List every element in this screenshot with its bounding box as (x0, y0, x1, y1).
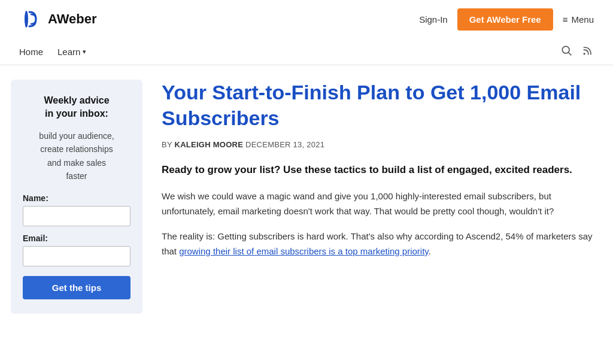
nav-learn-dropdown[interactable]: Learn ▾ (57, 47, 86, 57)
article-p2-after-link: . (429, 246, 431, 256)
article: Your Start-to-Finish Plan to Get 1,000 E… (162, 80, 602, 314)
top-bar: AWeber Sign-In Get AWeber Free ≡ Menu (0, 0, 613, 38)
chevron-down-icon: ▾ (83, 48, 86, 56)
article-paragraph-1: We wish we could wave a magic wand and g… (162, 189, 602, 219)
get-tips-button[interactable]: Get the tips (23, 276, 131, 299)
svg-line-2 (569, 53, 572, 56)
logo-area: AWeber (19, 7, 97, 31)
nav-learn-label: Learn (57, 47, 80, 57)
nav-bar: Home Learn ▾ (0, 38, 613, 65)
svg-point-0 (25, 11, 28, 28)
nav-right (560, 44, 594, 59)
sidebar: Weekly advice in your inbox: build your … (11, 80, 142, 314)
get-aweber-button[interactable]: Get AWeber Free (457, 8, 553, 31)
top-bar-right: Sign-In Get AWeber Free ≡ Menu (419, 8, 594, 31)
signin-link[interactable]: Sign-In (419, 14, 448, 25)
aweber-logo-icon (19, 7, 43, 31)
article-link[interactable]: growing their list of email subscribers … (179, 246, 429, 256)
hamburger-icon: ≡ (563, 14, 568, 25)
sidebar-description: build your audience, create relationship… (23, 129, 131, 183)
rss-icon[interactable] (582, 44, 594, 59)
name-input[interactable] (23, 206, 131, 226)
article-paragraph-2: The reality is: Getting subscribers is h… (162, 229, 602, 259)
menu-label: Menu (571, 14, 594, 25)
article-meta: BY KALEIGH MOORE DECEMBER 13, 2021 (162, 140, 602, 149)
nav-left: Home Learn ▾ (19, 47, 86, 57)
menu-button[interactable]: ≡ Menu (563, 14, 594, 25)
article-date: DECEMBER 13, 2021 (245, 140, 324, 149)
article-by-prefix: BY (162, 140, 175, 149)
article-title: Your Start-to-Finish Plan to Get 1,000 E… (162, 80, 602, 131)
article-lead: Ready to grow your list? Use these tacti… (162, 162, 602, 178)
article-author: KALEIGH MOORE (175, 140, 244, 149)
email-label: Email: (23, 233, 131, 243)
sidebar-title: Weekly advice in your inbox: (23, 94, 131, 121)
nav-home-link[interactable]: Home (19, 47, 43, 57)
svg-point-3 (584, 53, 585, 54)
search-icon[interactable] (560, 44, 572, 59)
main-content: Weekly advice in your inbox: build your … (1, 65, 612, 328)
email-input[interactable] (23, 246, 131, 266)
svg-point-1 (562, 46, 569, 53)
logo-text: AWeber (48, 11, 97, 27)
name-label: Name: (23, 193, 131, 203)
